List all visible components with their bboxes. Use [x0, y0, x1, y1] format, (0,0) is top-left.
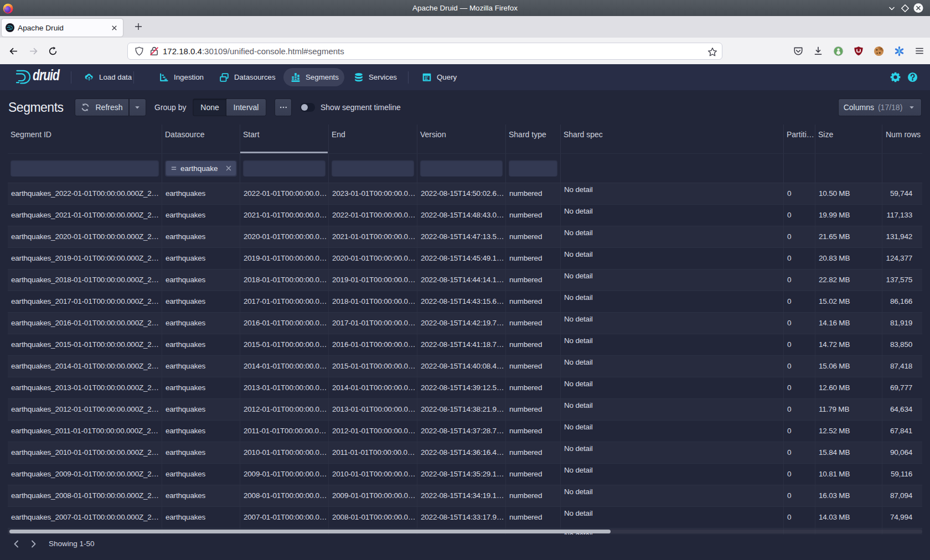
shield-icon[interactable]: [135, 46, 144, 56]
column-header-size[interactable]: Size: [815, 125, 882, 153]
druid-wordmark[interactable]: druid: [33, 67, 59, 84]
column-header-num-rows[interactable]: Num rows: [882, 125, 922, 153]
cell-datasource[interactable]: earthquakes: [162, 485, 240, 506]
extension-privacy-icon[interactable]: [833, 46, 844, 56]
cell-datasource[interactable]: earthquakes: [162, 226, 240, 247]
cell-datasource[interactable]: earthquakes: [162, 399, 240, 420]
cell-segment-id[interactable]: earthquakes_2021-01-01T00:00:00.000Z_2…: [8, 205, 162, 226]
forward-button[interactable]: [24, 42, 42, 60]
tab-close-icon[interactable]: [107, 21, 121, 34]
cell-datasource[interactable]: earthquakes: [162, 507, 240, 528]
nav-segments[interactable]: Segments: [283, 68, 344, 86]
column-header-start[interactable]: Start: [240, 125, 329, 153]
table-row: earthquakes_2019-01-01T00:00:00.000Z_2…e…: [8, 248, 922, 269]
segment-timeline-toggle[interactable]: [300, 103, 315, 112]
extension-asterisk-icon[interactable]: [894, 46, 905, 56]
column-header-segment-id[interactable]: Segment ID: [8, 125, 162, 153]
cell-segment-id[interactable]: earthquakes_2019-01-01T00:00:00.000Z_2…: [8, 248, 162, 269]
nav-services[interactable]: Services: [354, 68, 397, 86]
browser-tab[interactable]: Apache Druid: [2, 19, 123, 37]
filter-tag-remove-icon[interactable]: [225, 164, 232, 172]
filter-input-segment-id[interactable]: [11, 160, 159, 177]
column-header-shard-spec[interactable]: Shard spec: [561, 125, 784, 153]
cell-datasource[interactable]: earthquakes: [162, 183, 240, 204]
nav-load-data[interactable]: Load data: [84, 68, 132, 86]
cell-datasource[interactable]: earthquakes: [162, 356, 240, 377]
cell-size: 11.79 MB: [815, 399, 882, 420]
filter-input-version[interactable]: [420, 160, 503, 177]
druid-logo-icon[interactable]: [16, 69, 30, 85]
browser-toolbar: 172.18.0.4:30109/unified-console.html#se…: [0, 38, 930, 64]
extension-ublock-icon[interactable]: [854, 46, 864, 56]
insecure-lock-icon[interactable]: [149, 46, 159, 56]
group-by-none-button[interactable]: None: [193, 99, 226, 116]
nav-datasources[interactable]: Datasources: [219, 68, 276, 86]
cell-segment-id[interactable]: earthquakes_2018-01-01T00:00:00.000Z_2…: [8, 269, 162, 291]
next-page-button[interactable]: [25, 536, 42, 552]
cell-segment-id[interactable]: earthquakes_2020-01-01T00:00:00.000Z_2…: [8, 226, 162, 247]
extension-cookie-icon[interactable]: [874, 46, 884, 56]
more-options-button[interactable]: [275, 99, 291, 116]
cell-datasource[interactable]: earthquakes: [162, 291, 240, 312]
url-bar[interactable]: 172.18.0.4:30109/unified-console.html#se…: [127, 43, 722, 60]
cell-datasource[interactable]: earthquakes: [162, 442, 240, 463]
header-separator: [71, 71, 71, 84]
column-header-partiti[interactable]: Partiti…: [784, 125, 815, 153]
cell-size: 10.81 MB: [815, 464, 882, 485]
cell-datasource[interactable]: earthquakes: [162, 205, 240, 226]
horizontal-scrollbar-thumb[interactable]: [9, 530, 611, 533]
reload-button[interactable]: [44, 42, 61, 60]
column-header-end[interactable]: End: [329, 125, 417, 153]
cell-segment-id[interactable]: earthquakes_2015-01-01T00:00:00.000Z_2…: [8, 334, 162, 355]
help-icon[interactable]: [907, 72, 918, 82]
cell-segment-id[interactable]: earthquakes_2017-01-01T00:00:00.000Z_2…: [8, 291, 162, 312]
cell-segment-id[interactable]: earthquakes_2016-01-01T00:00:00.000Z_2…: [8, 313, 162, 334]
filter-input-shard-type[interactable]: [509, 160, 557, 177]
cell-segment-id[interactable]: earthquakes_2010-01-01T00:00:00.000Z_2…: [8, 442, 162, 463]
pocket-icon[interactable]: [793, 46, 803, 56]
previous-page-button[interactable]: [8, 536, 25, 552]
filter-input-end[interactable]: [332, 160, 414, 177]
bookmark-star-icon[interactable]: [707, 47, 717, 57]
refresh-dropdown-button[interactable]: [130, 99, 146, 116]
column-header-version[interactable]: Version: [417, 125, 506, 153]
window-minimize-button[interactable]: [887, 3, 897, 13]
cell-datasource[interactable]: earthquakes: [162, 464, 240, 485]
cell-version: 2022-08-15T14:35:29.1…: [417, 464, 506, 485]
cell-datasource[interactable]: earthquakes: [162, 377, 240, 398]
group-by-interval-button[interactable]: Interval: [226, 99, 266, 116]
cell-segment-id[interactable]: earthquakes_2022-01-01T00:00:00.000Z_2…: [8, 183, 162, 204]
window-maximize-button[interactable]: [900, 3, 910, 13]
datasource-filter-tag[interactable]: earthquake: [166, 161, 236, 175]
nav-ingestion[interactable]: Ingestion: [159, 68, 204, 86]
cell-datasource[interactable]: earthquakes: [162, 269, 240, 291]
cell-segment-id[interactable]: earthquakes_2009-01-01T00:00:00.000Z_2…: [8, 464, 162, 485]
cell-datasource[interactable]: earthquakes: [162, 334, 240, 355]
menu-hamburger-icon[interactable]: [914, 46, 924, 56]
nav-query[interactable]: Query: [422, 68, 457, 86]
cell-segment-id[interactable]: earthquakes_2014-01-01T00:00:00.000Z_2…: [8, 356, 162, 377]
settings-gear-icon[interactable]: [890, 72, 901, 82]
cell-end: 2016-01-01T00:00:00.0…: [329, 334, 417, 355]
cell-segment-id[interactable]: earthquakes_2008-01-01T00:00:00.000Z_2…: [8, 485, 162, 506]
column-header-datasource[interactable]: Datasource: [162, 125, 240, 153]
filter-cell-segment-id: [8, 154, 162, 183]
refresh-button[interactable]: Refresh: [75, 99, 128, 116]
new-tab-button[interactable]: [130, 18, 147, 35]
column-header-shard-type[interactable]: Shard type: [506, 125, 561, 153]
back-button[interactable]: [4, 42, 22, 60]
downloads-icon[interactable]: [813, 46, 823, 56]
cell-segment-id[interactable]: earthquakes_2011-01-01T00:00:00.000Z_2…: [8, 421, 162, 442]
filter-input-datasource[interactable]: earthquake: [165, 160, 237, 177]
cell-datasource[interactable]: earthquakes: [162, 248, 240, 269]
columns-button[interactable]: Columns (17/18): [839, 99, 921, 116]
cell-segment-id[interactable]: earthquakes_2007-01-01T00:00:00.000Z_2…: [8, 507, 162, 528]
cell-datasource[interactable]: earthquakes: [162, 313, 240, 334]
window-close-button[interactable]: [913, 3, 923, 13]
cell-segment-id[interactable]: earthquakes_2013-01-01T00:00:00.000Z_2…: [8, 377, 162, 398]
filter-input-start[interactable]: [243, 160, 326, 177]
cell-segment-id[interactable]: earthquakes_2012-01-01T00:00:00.000Z_2…: [8, 399, 162, 420]
cell-datasource[interactable]: earthquakes: [162, 421, 240, 442]
horizontal-scrollbar[interactable]: [8, 530, 922, 533]
cell-shard-spec: No detail: [561, 291, 784, 312]
